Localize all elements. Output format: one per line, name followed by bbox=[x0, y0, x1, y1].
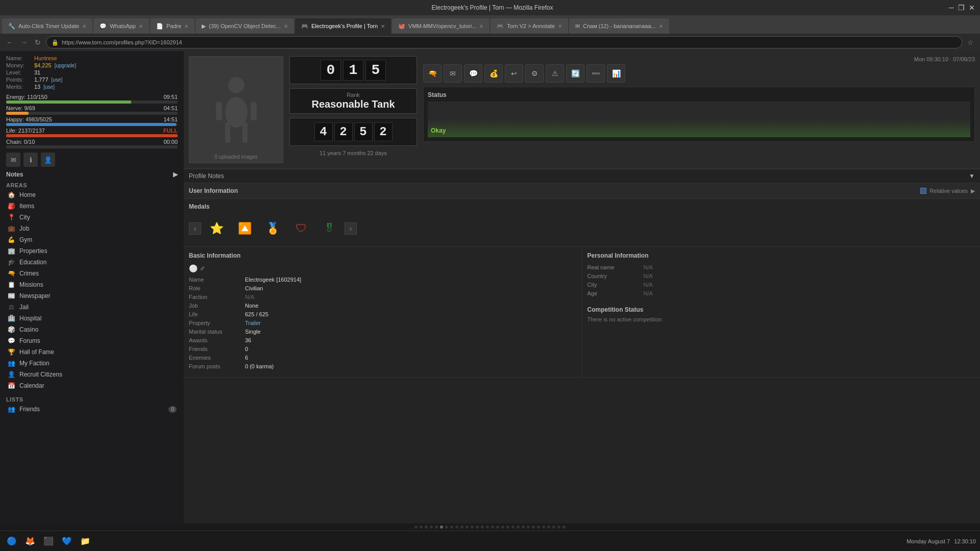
nav-item-home[interactable]: 🏠Home bbox=[6, 189, 178, 201]
rv-checkbox[interactable] bbox=[920, 188, 926, 194]
upgrade-link[interactable]: [upgrade] bbox=[55, 63, 76, 68]
profile-edit-icon[interactable]: 👤 bbox=[41, 153, 55, 167]
info-icon[interactable]: ℹ bbox=[23, 153, 38, 167]
browser-tab[interactable]: 💬WhatsApp✕ bbox=[93, 18, 149, 34]
nav-item-city[interactable]: 📍City bbox=[6, 212, 178, 223]
attack-btn[interactable]: 🔫 bbox=[423, 64, 442, 83]
medals-prev-btn[interactable]: ‹ bbox=[189, 222, 201, 235]
profile-right: Mon 09:30:10 · 07/08/23 🔫 ✉ 💬 💰 ↩ ⚙ ⚠ 🔄 … bbox=[423, 56, 975, 163]
browser-tab[interactable]: 🔧Auto-Click Timer Update✕ bbox=[2, 18, 92, 34]
taskbar-firefox[interactable]: 🦊 bbox=[22, 534, 38, 549]
medal-item[interactable]: 🏅 bbox=[261, 214, 284, 242]
nav-item-items[interactable]: 🎒Items bbox=[6, 201, 178, 212]
alert-btn[interactable]: ⚠ bbox=[546, 64, 564, 83]
nav-item-recruit-citizens[interactable]: 👤Recruit Citizens bbox=[6, 369, 178, 380]
start-btn[interactable]: 🔵 bbox=[4, 534, 19, 549]
browser-tab[interactable]: 🎮Electrogeek's Profile | Torn✕ bbox=[295, 18, 391, 34]
nav-item-label: Forums bbox=[19, 337, 40, 344]
info-val[interactable]: Trailer bbox=[245, 320, 261, 326]
close-btn[interactable]: ✕ bbox=[969, 4, 975, 12]
scroll-dot bbox=[527, 525, 530, 529]
nav-item-newspaper[interactable]: 📰Newspaper bbox=[6, 290, 178, 302]
lock-icon: 🔒 bbox=[52, 39, 59, 46]
tab-close-btn[interactable]: ✕ bbox=[284, 23, 288, 29]
tab-close-btn[interactable]: ✕ bbox=[479, 23, 483, 29]
points-label: Points: bbox=[6, 77, 34, 83]
rank-name: Reasonable Tank bbox=[295, 98, 411, 110]
info-val: Electrogeek [1602914] bbox=[245, 277, 301, 283]
tab-close-btn[interactable]: ✕ bbox=[82, 23, 86, 29]
level-label: Level: bbox=[6, 69, 34, 76]
browser-tab[interactable]: 🐙VMM-MMV/opencv_tutori...✕ bbox=[392, 18, 489, 34]
scroll-dot bbox=[440, 525, 443, 529]
faction-btn[interactable]: ⚙ bbox=[525, 64, 544, 83]
tab-close-btn[interactable]: ✕ bbox=[381, 23, 385, 29]
areas-section: Areas 🏠Home🎒Items📍City💼Job💪Gym🏢Propertie… bbox=[6, 180, 178, 391]
tab-favicon: ▶ bbox=[202, 23, 206, 30]
nav-item-education[interactable]: 🎓Education bbox=[6, 257, 178, 268]
nav-item-calendar[interactable]: 📅Calendar bbox=[6, 380, 178, 391]
minimize-btn[interactable]: ─ bbox=[949, 4, 954, 12]
profile-notes-bar[interactable]: Profile Notes ▼ bbox=[184, 169, 980, 183]
browser-tab[interactable]: ▶(39) OpenCV Object Detec...✕ bbox=[195, 18, 294, 34]
tab-close-btn[interactable]: ✕ bbox=[558, 23, 562, 29]
medal-item[interactable]: ⭐ bbox=[205, 214, 228, 242]
restore-btn[interactable]: ❐ bbox=[958, 4, 965, 12]
mail-icon[interactable]: ✉ bbox=[6, 153, 20, 167]
nav-item-hall-of-fame[interactable]: 🏆Hall of Fame bbox=[6, 346, 178, 358]
medal-item[interactable]: 🔼 bbox=[233, 214, 256, 242]
medal-item[interactable]: 🎖 bbox=[317, 214, 340, 242]
profile-notes-toggle[interactable]: ▼ bbox=[969, 172, 975, 180]
tab-close-btn[interactable]: ✕ bbox=[184, 23, 188, 29]
minus-btn[interactable]: ➖ bbox=[586, 64, 605, 83]
points-use-link[interactable]: [use] bbox=[52, 77, 63, 83]
nav-item-crimes[interactable]: 🔫Crimes bbox=[6, 268, 178, 279]
nav-item-properties[interactable]: 🏢Properties bbox=[6, 245, 178, 257]
tab-close-btn[interactable]: ✕ bbox=[139, 23, 143, 29]
bounce-btn[interactable]: ↩ bbox=[505, 64, 523, 83]
trade-btn[interactable]: 💰 bbox=[484, 64, 503, 83]
back-btn[interactable]: ← bbox=[4, 37, 15, 47]
nav-item-jail[interactable]: ⚖Jail bbox=[6, 302, 178, 313]
info-key: City bbox=[587, 282, 644, 288]
nav-item-gym[interactable]: 💪Gym bbox=[6, 234, 178, 245]
nav-item-job[interactable]: 💼Job bbox=[6, 223, 178, 234]
merits-use-link[interactable]: [use] bbox=[43, 84, 55, 90]
score-digit: 5 bbox=[354, 122, 373, 141]
action2-btn[interactable]: 🔄 bbox=[566, 64, 584, 83]
browser-tab[interactable]: 🎮Torn V2 > Annotate✕ bbox=[491, 18, 568, 34]
chat-btn[interactable]: 💬 bbox=[464, 64, 482, 83]
tab-label: Padre bbox=[166, 23, 181, 29]
player-name[interactable]: Huntrese bbox=[34, 55, 57, 61]
medal-item[interactable]: 🛡 bbox=[289, 214, 312, 242]
nav-icon: 🏥 bbox=[7, 315, 15, 322]
browser-tab[interactable]: 📄Padre✕ bbox=[150, 18, 194, 34]
taskbar-terminal[interactable]: ⬛ bbox=[41, 534, 56, 549]
mail-btn[interactable]: ✉ bbox=[444, 64, 462, 83]
window-controls[interactable]: ─ ❐ ✕ bbox=[949, 4, 975, 12]
nav-item-casino[interactable]: 🎲Casino bbox=[6, 324, 178, 335]
nav-item-hospital[interactable]: 🏥Hospital bbox=[6, 313, 178, 324]
forward-btn[interactable]: → bbox=[18, 37, 30, 47]
browser-chrome: Electrogeek's Profile | Torn — Mozilla F… bbox=[0, 0, 980, 51]
taskbar-vscode[interactable]: 💙 bbox=[59, 534, 75, 549]
nav-icon: 🏠 bbox=[7, 191, 15, 198]
info-key: Forum posts bbox=[189, 363, 245, 369]
reload-btn[interactable]: ↻ bbox=[33, 37, 43, 47]
bookmark-btn[interactable]: ☆ bbox=[965, 37, 976, 47]
medals-next-btn[interactable]: › bbox=[345, 222, 357, 235]
level-digit: 5 bbox=[365, 60, 386, 81]
nav-item-forums[interactable]: 💬Forums bbox=[6, 335, 178, 346]
nav-item-my-faction[interactable]: 👥My Faction bbox=[6, 358, 178, 369]
player-info: Name: Huntrese Money: $4,225 [upgrade] L… bbox=[6, 55, 178, 90]
info-key: Role bbox=[189, 285, 245, 291]
tab-close-btn[interactable]: ✕ bbox=[659, 23, 663, 29]
address-bar[interactable]: 🔒 https://www.torn.com/profiles.php?XID=… bbox=[46, 36, 962, 48]
nav-item-missions[interactable]: 📋Missions bbox=[6, 279, 178, 290]
browser-tab[interactable]: ✉Спам (12) - bananananaaa...✕ bbox=[569, 18, 669, 34]
nav-item-label: Casino bbox=[19, 326, 38, 333]
gender-icons: ⚪ ♂ bbox=[189, 264, 577, 272]
taskbar-files[interactable]: 📁 bbox=[78, 534, 93, 549]
nav-list-friends[interactable]: 👥Friends0 bbox=[6, 404, 178, 415]
chart-btn[interactable]: 📊 bbox=[607, 64, 625, 83]
